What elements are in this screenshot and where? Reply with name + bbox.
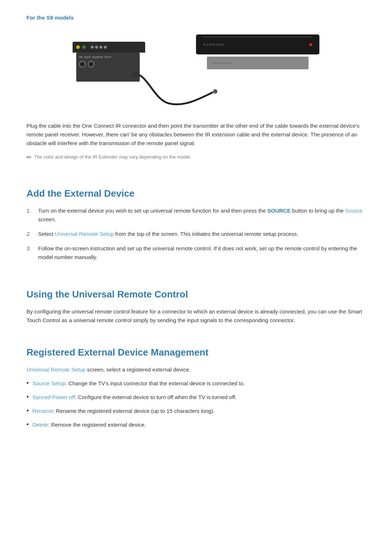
- ir-port-4: [104, 46, 107, 49]
- device-image-area: IR OUT AUDIO OUT SAMSUNG SAMSUNG: [73, 27, 319, 111]
- samsung-red-dot: [309, 43, 312, 46]
- delete-link: Delete: [32, 422, 48, 428]
- registered-intro: Universal Remote Setup screen, select a …: [26, 365, 366, 374]
- add-heading: Add the External Device: [26, 188, 366, 199]
- registered-heading: Registered External Device Management: [26, 347, 366, 358]
- bullet-dot-1: •: [26, 379, 29, 387]
- step-2-text: Select Universal Remote Setup from the t…: [38, 230, 298, 238]
- step-num-1: 1.: [26, 206, 34, 215]
- ir-dot-yellow: [76, 45, 80, 49]
- bullet-list: • Source Setup: Change the TV's input co…: [26, 379, 366, 429]
- source-screen-link: Source: [345, 208, 363, 214]
- bullet-dot-3: •: [26, 407, 29, 415]
- ir-port-1: [91, 46, 94, 49]
- pencil-icon: ✏: [26, 154, 31, 161]
- universal-body: By configuring the universal remote cont…: [26, 307, 366, 325]
- rename-link: Rename: [32, 408, 53, 414]
- samsung-main-box: SAMSUNG: [196, 34, 319, 54]
- step-num-2: 2.: [26, 230, 34, 238]
- bullet-item-delete: • Delete: Remove the registered external…: [26, 420, 366, 429]
- add-steps-list: 1. Turn on the external device you wish …: [26, 206, 366, 262]
- universal-heading: Using the Universal Remote Control: [26, 289, 366, 300]
- add-step-1: 1. Turn on the external device you wish …: [26, 206, 366, 224]
- cable-svg: [132, 71, 223, 118]
- ir-conn-1: [79, 61, 86, 67]
- body-paragraph: Plug the cable into the One Connect IR c…: [26, 122, 366, 148]
- svg-rect-0: [132, 73, 139, 77]
- universal-remote-setup-link: Universal Remote Setup: [55, 231, 114, 237]
- note-text: The color and design of the IR Extender …: [34, 153, 191, 161]
- synced-power-link: Synced Power off: [32, 394, 75, 400]
- source-setup-link: Source Setup: [32, 380, 65, 386]
- bullet-item-source-setup: • Source Setup: Change the TV's input co…: [26, 379, 366, 388]
- add-step-2: 2. Select Universal Remote Setup from th…: [26, 230, 366, 238]
- bullet-dot-4: •: [26, 420, 29, 429]
- step-3-text: Follow the on-screen instruction and set…: [38, 244, 366, 262]
- samsung-sub-box: SAMSUNG: [207, 57, 309, 69]
- s9-label: For the S9 models: [26, 15, 366, 21]
- bullet-dot-2: •: [26, 393, 29, 401]
- samsung-device: SAMSUNG SAMSUNG: [196, 34, 319, 69]
- bullet-item-synced-power: • Synced Power off: Configure the extern…: [26, 393, 366, 402]
- bullet-text-4: Delete: Remove the registered external d…: [32, 420, 146, 429]
- ir-port-2: [95, 46, 98, 49]
- samsung-sub-label: SAMSUNG: [212, 61, 232, 65]
- ir-body: IR OUT AUDIO OUT: [76, 53, 140, 82]
- ir-out-label: IR OUT AUDIO OUT: [79, 56, 112, 59]
- ir-dot-green: [82, 45, 86, 49]
- step-1-text: Turn on the external device you wish to …: [38, 206, 366, 224]
- ir-conn-2: [88, 61, 94, 67]
- universal-remote-setup-link-2: Universal Remote Setup: [26, 366, 86, 373]
- registered-intro-after: screen, select a registered external dev…: [86, 366, 191, 373]
- bullet-text-1: Source Setup: Change the TV's input conn…: [32, 379, 245, 388]
- ir-ports: [91, 46, 107, 49]
- svg-point-1: [213, 89, 217, 94]
- source-link: SOURCE: [267, 208, 290, 214]
- ir-connectors: [79, 61, 94, 67]
- samsung-top-line: [203, 37, 312, 37]
- ir-top-strip: [73, 42, 145, 53]
- ir-port-3: [99, 46, 102, 49]
- bullet-text-2: Synced Power off: Configure the external…: [32, 393, 237, 402]
- bullet-text-3: Rename: Rename the registered external d…: [32, 407, 215, 415]
- samsung-main-label: SAMSUNG: [203, 43, 225, 46]
- step-num-3: 3.: [26, 244, 34, 253]
- note-row: ✏ The color and design of the IR Extende…: [26, 153, 366, 161]
- add-step-3: 3. Follow the on-screen instruction and …: [26, 244, 366, 262]
- bullet-item-rename: • Rename: Rename the registered external…: [26, 407, 366, 415]
